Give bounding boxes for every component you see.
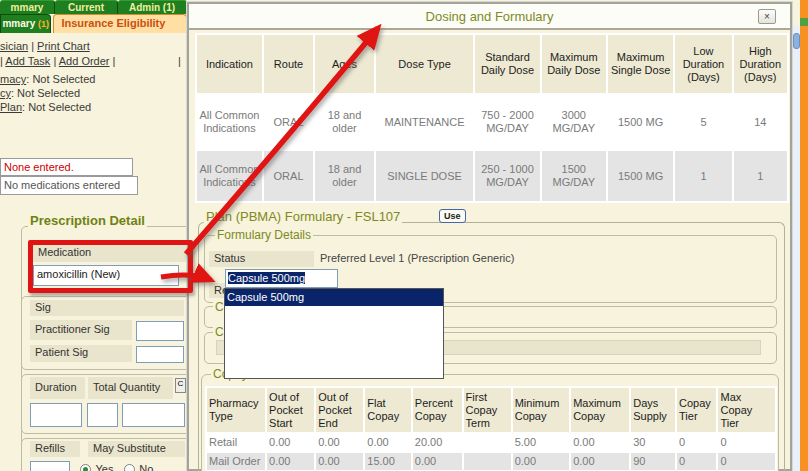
scrollbar-track[interactable] [793,26,800,471]
tab-summary-1[interactable]: mmary (1) [0,14,51,33]
table-cell [464,453,511,470]
table-row: Mail Order0.000.0015.000.000.000.009000 [207,453,775,470]
practitioner-sig-input[interactable] [136,321,184,341]
plan-formulary-legend: Plan (PBMA) Formulary - FSL107 [204,209,402,224]
table-cell: 20.00 [413,434,462,451]
table-cell: 3000 MG/DAY [542,95,606,149]
table-cell: 30 [631,434,675,451]
chart-links-line2: | Add Task | Add Order | [0,55,115,67]
table-cell: 0.00 [571,434,629,451]
orange-edge-strip [800,0,808,471]
table-cell: ORAL [264,151,313,201]
chart-links-line1: sician | Print Chart [0,40,90,52]
dosing-table-header-row: IndicationRouteAgesDose TypeStandard Dai… [197,35,787,93]
column-header: Percent Copay [413,388,462,432]
green-edge-notch [800,18,808,26]
agency-status: : Not Selected [11,87,80,99]
total-quantity-label: Total Quantity [88,377,173,399]
column-header: Ages [315,35,374,93]
column-header: Out of Pocket Start [267,388,314,432]
tab-current[interactable]: Current [55,0,118,14]
plan-link[interactable]: Plan [0,101,22,113]
table-cell: 1500 MG/DAY [542,151,606,201]
pipe-separator: | [0,55,3,67]
total-quantity-calc-button[interactable]: C [175,378,186,393]
total-quantity-input[interactable] [87,403,118,427]
column-header: Maximum Daily Dose [542,35,606,93]
tab-summary-1-label: mmary [2,18,35,29]
dose-form-dropdown-list: Capsule 500mg [224,288,444,379]
pharmacy-link[interactable]: macy [0,73,26,85]
status-value: Preferred Level 1 (Prescription Generic) [320,252,514,264]
table-row: Retail0.000.000.0020.005.000.003000 [207,434,775,451]
agency-link[interactable]: cy [0,87,11,99]
pharmacy-selection: macy: Not Selected [0,73,95,85]
table-cell: MAINTENANCE [376,95,474,149]
table-cell: 0.00 [365,434,410,451]
may-substitute-label: May Substitute [88,441,185,457]
table-cell: 250 - 1000 MG/DAY [475,151,539,201]
physician-link[interactable]: sician [0,40,28,52]
column-header: Maximum Single Dose [608,35,673,93]
tab-summary[interactable]: mmary [0,0,55,14]
table-cell: Mail Order [207,453,265,470]
tab-summary-1-count: (1) [38,19,49,29]
quantity-unit-input[interactable] [122,403,185,427]
column-header: Dose Type [376,35,474,93]
annotation-rectangle [28,240,193,293]
table-cell: 0.00 [571,453,629,470]
column-header: Out of Pocket End [316,388,363,432]
no-medications-message: No medications entered [0,176,138,195]
print-chart-link[interactable]: Print Chart [37,40,90,52]
patient-sig-label: Patient Sig [30,345,132,362]
tab-bar-second: mmary (1) Insurance Eligibility [0,14,187,33]
agency-selection: cy: Not Selected [0,87,80,99]
may-substitute-options: Yes No [80,459,153,471]
column-header: High Duration (Days) [734,35,787,93]
none-entered-message: None entered. [0,158,133,176]
scrollbar-thumb[interactable] [793,33,800,49]
column-header: Minimum Copay [513,388,569,432]
copay-table: Pharmacy TypeOut of Pocket StartOut of P… [205,386,777,471]
dose-form-combobox[interactable]: Capsule 500mg [225,269,338,288]
table-cell: 5.00 [513,434,569,451]
substitute-no-label: No [139,463,153,471]
add-order-link[interactable]: Add Order [59,55,110,67]
column-header: Indication [197,35,262,93]
add-task-link[interactable]: Add Task [5,55,50,67]
column-header: Days Supply [631,388,675,432]
use-button[interactable]: Use [439,209,466,223]
table-cell: ORAL [264,95,313,149]
prescription-detail-title: Prescription Detail [28,213,147,228]
duration-input[interactable] [30,403,82,427]
column-header: Pharmacy Type [207,388,265,432]
table-cell: 14 [734,95,787,149]
substitute-yes-radio[interactable] [80,464,91,471]
practitioner-sig-label: Practitioner Sig [30,320,132,340]
pharmacy-status: : Not Selected [26,73,95,85]
tab-insurance-eligibility[interactable]: Insurance Eligibility [53,14,187,33]
table-cell: All Common Indications [197,95,262,149]
table-cell: All Common Indications [197,151,262,201]
substitute-no-radio[interactable] [124,464,135,471]
table-cell: 1 [675,151,731,201]
pipe-separator: | [113,55,116,67]
table-row: All Common IndicationsORAL18 and olderSI… [197,151,787,201]
column-header: Low Duration (Days) [675,35,731,93]
dose-form-selected-text: Capsule 500mg [228,272,305,284]
column-header: Copay Tier [677,388,716,432]
patient-sig-input[interactable] [136,346,184,363]
copay-table-header-row: Pharmacy TypeOut of Pocket StartOut of P… [207,388,775,432]
table-cell: 0.00 [513,453,569,470]
table-cell: 0 [718,434,775,451]
close-icon[interactable]: × [758,9,776,24]
refills-input[interactable] [30,461,70,471]
substitute-yes-label: Yes [95,463,113,471]
plan-status: : Not Selected [22,101,91,113]
table-cell: 0 [677,434,716,451]
dosing-table: IndicationRouteAgesDose TypeStandard Dai… [195,33,789,203]
tab-admin[interactable]: Admin (1) [118,0,187,14]
formulary-details-legend: Formulary Details [215,228,313,242]
duration-label: Duration [30,377,85,399]
dropdown-item[interactable]: Capsule 500mg [225,289,443,306]
